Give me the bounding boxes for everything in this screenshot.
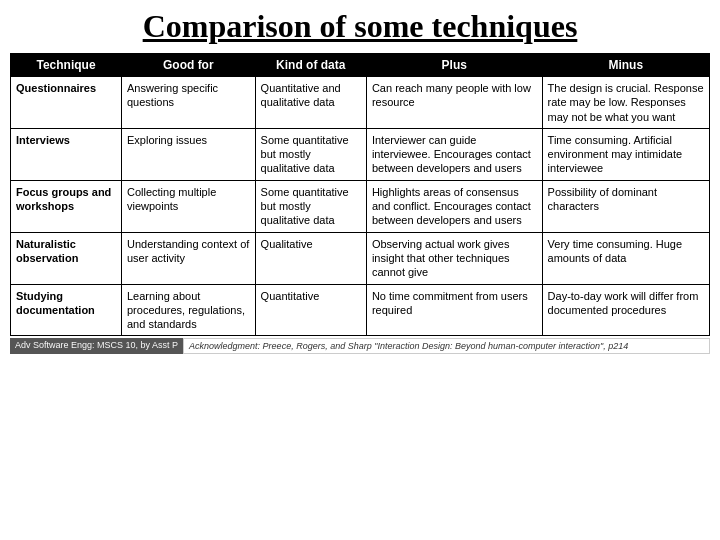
cell-4-3: No time commitment from users required (366, 284, 542, 336)
table-row: InterviewsExploring issuesSome quantitat… (11, 128, 710, 180)
table-row: Naturalistic observationUnderstanding co… (11, 232, 710, 284)
cell-1-3: Interviewer can guide interviewee. Encou… (366, 128, 542, 180)
cell-3-3: Observing actual work gives insight that… (366, 232, 542, 284)
cell-1-2: Some quantitative but mostly qualitative… (255, 128, 366, 180)
cell-2-2: Some quantitative but mostly qualitative… (255, 180, 366, 232)
table-row: Studying documentationLearning about pro… (11, 284, 710, 336)
cell-1-0: Interviews (11, 128, 122, 180)
cell-1-4: Time consuming. Artificial environment m… (542, 128, 709, 180)
cell-0-2: Quantitative and qualitative data (255, 77, 366, 129)
footer: Adv Software Engg: MSCS 10, by Asst P Ac… (10, 338, 710, 354)
cell-2-1: Collecting multiple viewpoints (122, 180, 256, 232)
page: Comparison of some techniques Technique … (0, 0, 720, 358)
table-row: Focus groups and workshopsCollecting mul… (11, 180, 710, 232)
cell-2-3: Highlights areas of consensus and confli… (366, 180, 542, 232)
comparison-table: Technique Good for Kind of data Plus Min… (10, 53, 710, 336)
cell-4-2: Quantitative (255, 284, 366, 336)
cell-0-1: Answering specific questions (122, 77, 256, 129)
cell-3-4: Very time consuming. Huge amounts of dat… (542, 232, 709, 284)
col-header-plus: Plus (366, 54, 542, 77)
table-row: QuestionnairesAnswering specific questio… (11, 77, 710, 129)
cell-3-1: Understanding context of user activity (122, 232, 256, 284)
cell-4-4: Day-to-day work will differ from documen… (542, 284, 709, 336)
cell-0-3: Can reach many people with low resource (366, 77, 542, 129)
page-title: Comparison of some techniques (10, 8, 710, 45)
table-header-row: Technique Good for Kind of data Plus Min… (11, 54, 710, 77)
footer-right: Acknowledgment: Preece, Rogers, and Shar… (183, 338, 710, 354)
cell-0-4: The design is crucial. Response rate may… (542, 77, 709, 129)
cell-4-1: Learning about procedures, regulations, … (122, 284, 256, 336)
col-header-kind-of-data: Kind of data (255, 54, 366, 77)
col-header-technique: Technique (11, 54, 122, 77)
cell-4-0: Studying documentation (11, 284, 122, 336)
cell-2-4: Possibility of dominant characters (542, 180, 709, 232)
cell-3-0: Naturalistic observation (11, 232, 122, 284)
cell-0-0: Questionnaires (11, 77, 122, 129)
footer-left: Adv Software Engg: MSCS 10, by Asst P (10, 338, 183, 354)
col-header-minus: Minus (542, 54, 709, 77)
cell-3-2: Qualitative (255, 232, 366, 284)
cell-2-0: Focus groups and workshops (11, 180, 122, 232)
cell-1-1: Exploring issues (122, 128, 256, 180)
col-header-good-for: Good for (122, 54, 256, 77)
